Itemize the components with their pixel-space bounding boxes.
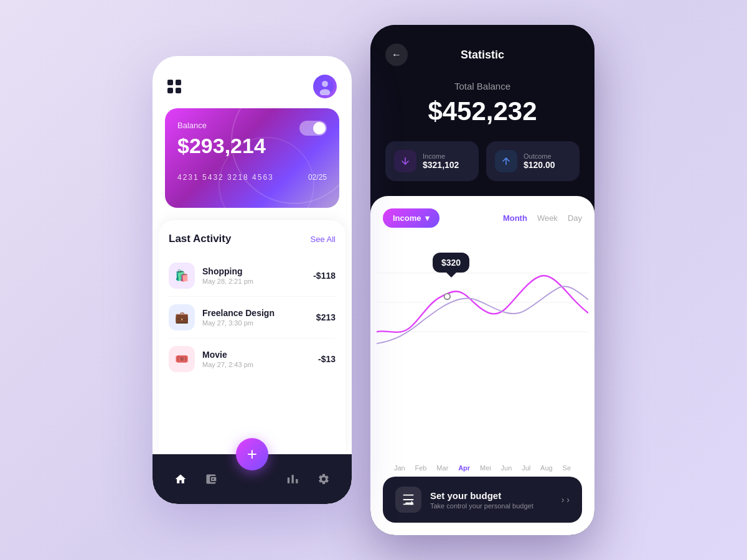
income-btn-label: Income xyxy=(393,213,421,223)
activity-time-3: May 27, 2:43 pm xyxy=(202,361,318,368)
outcome-info: Outcome $120.00 xyxy=(524,152,555,170)
movie-icon: 🎟️ xyxy=(169,346,195,372)
income-card: Income $321,102 xyxy=(385,141,479,181)
activity-name-3: Movie xyxy=(202,350,318,360)
x-label-mar: Mar xyxy=(436,464,448,472)
budget-banner[interactable]: Set your budget Take control your person… xyxy=(383,477,582,523)
x-label-feb: Feb xyxy=(415,464,427,472)
stats-row: Income $321,102 Outcome $120.00 xyxy=(385,141,580,181)
x-label-jun: Jun xyxy=(501,464,512,472)
nav-stats[interactable] xyxy=(287,473,299,485)
budget-icon xyxy=(395,487,421,513)
avatar[interactable] xyxy=(313,75,337,98)
activity-amount-2: $213 xyxy=(316,312,336,322)
bottom-nav: + xyxy=(153,454,352,504)
total-balance-amount: $452,232 xyxy=(385,96,580,126)
period-day-button[interactable]: Day xyxy=(568,213,582,223)
right-white-section: Income ▾ Month Week Day xyxy=(370,196,594,535)
freelance-icon: 💼 xyxy=(169,304,195,330)
nav-home[interactable] xyxy=(174,473,187,485)
activity-section: Last Activity See All 🛍️ Shopping May 28… xyxy=(159,220,345,454)
activity-amount-3: -$13 xyxy=(318,354,336,364)
activity-info: Shopping May 28, 2:21 pm xyxy=(202,266,313,285)
activity-name: Shopping xyxy=(202,266,313,276)
outcome-label: Outcome xyxy=(524,152,555,160)
activity-name-2: Freelance Design xyxy=(202,308,316,318)
period-week-button[interactable]: Week xyxy=(537,213,558,223)
x-label-mei: Mei xyxy=(480,464,491,472)
phone-left: Balance $293,214 4231 5432 3218 4563 02/… xyxy=(153,56,352,504)
activity-item-shopping[interactable]: 🛍️ Shopping May 28, 2:21 pm -$118 xyxy=(169,255,336,297)
income-filter-button[interactable]: Income ▾ xyxy=(383,208,439,228)
chart-tooltip: $320 xyxy=(433,253,469,273)
activity-item-freelance[interactable]: 💼 Freelance Design May 27, 3:30 pm $213 xyxy=(169,297,336,338)
chart-controls: Income ▾ Month Week Day xyxy=(383,208,582,228)
phones-container: Balance $293,214 4231 5432 3218 4563 02/… xyxy=(153,25,594,535)
left-header xyxy=(153,56,352,108)
x-label-aug: Aug xyxy=(540,464,553,472)
activity-info-3: Movie May 27, 2:43 pm xyxy=(202,350,318,368)
chart-svg xyxy=(377,240,588,365)
activity-header: Last Activity See All xyxy=(169,233,336,245)
balance-footer: 4231 5432 3218 4563 02/25 xyxy=(177,173,327,182)
total-balance-label: Total Balance xyxy=(385,81,580,91)
shopping-icon: 🛍️ xyxy=(169,263,195,289)
income-value: $321,102 xyxy=(423,160,459,170)
svg-point-1 xyxy=(322,81,328,87)
arrow-icon-1: › xyxy=(561,495,565,505)
card-numbers: 4231 5432 3218 4563 xyxy=(177,173,274,182)
outcome-card: Outcome $120.00 xyxy=(486,141,580,181)
balance-card: Balance $293,214 4231 5432 3218 4563 02/… xyxy=(165,108,339,208)
activity-time: May 28, 2:21 pm xyxy=(202,278,313,285)
x-axis: Jan Feb Mar Apr Mei Jun Jul Aug Se xyxy=(383,459,582,477)
budget-title: Set your budget xyxy=(430,490,553,501)
phone-right: ← Statistic Total Balance $452,232 Incom… xyxy=(370,25,594,535)
period-month-button[interactable]: Month xyxy=(503,213,527,223)
stat-header: ← Statistic xyxy=(385,44,580,66)
arrow-icon-2: › xyxy=(566,495,570,505)
fab-button[interactable]: + xyxy=(236,438,268,470)
grid-icon[interactable] xyxy=(167,80,181,93)
activity-item-movie[interactable]: 🎟️ Movie May 27, 2:43 pm -$13 xyxy=(169,338,336,380)
income-info: Income $321,102 xyxy=(423,152,459,170)
activity-amount: -$118 xyxy=(313,271,336,281)
back-button[interactable]: ← xyxy=(385,44,408,66)
activity-title: Last Activity xyxy=(169,233,231,245)
right-dark-section: ← Statistic Total Balance $452,232 Incom… xyxy=(370,25,594,196)
stat-title: Statistic xyxy=(418,49,547,62)
income-icon xyxy=(394,150,416,172)
see-all-link[interactable]: See All xyxy=(311,235,336,244)
chart-area: $320 xyxy=(377,240,588,459)
x-label-sep: Se xyxy=(563,464,571,472)
nav-settings[interactable] xyxy=(317,473,330,485)
period-buttons: Month Week Day xyxy=(503,213,582,223)
x-label-jan: Jan xyxy=(394,464,405,472)
balance-label: Balance xyxy=(177,121,327,130)
budget-arrows: › › xyxy=(561,495,570,505)
activity-time-2: May 27, 3:30 pm xyxy=(202,319,316,327)
x-label-jul: Jul xyxy=(522,464,530,472)
dropdown-arrow-icon: ▾ xyxy=(425,213,430,223)
phone-left-inner: Balance $293,214 4231 5432 3218 4563 02/… xyxy=(153,56,352,504)
budget-text: Set your budget Take control your person… xyxy=(430,490,553,510)
budget-subtitle: Take control your personal budget xyxy=(430,502,553,510)
x-label-apr: Apr xyxy=(458,464,470,472)
activity-info-2: Freelance Design May 27, 3:30 pm xyxy=(202,308,316,327)
nav-wallet[interactable] xyxy=(205,473,217,485)
outcome-value: $120.00 xyxy=(524,160,555,170)
card-expiry: 02/25 xyxy=(308,173,327,182)
outcome-icon xyxy=(495,150,517,172)
balance-amount: $293,214 xyxy=(177,134,327,158)
income-label: Income xyxy=(423,152,459,160)
svg-point-6 xyxy=(444,294,450,299)
